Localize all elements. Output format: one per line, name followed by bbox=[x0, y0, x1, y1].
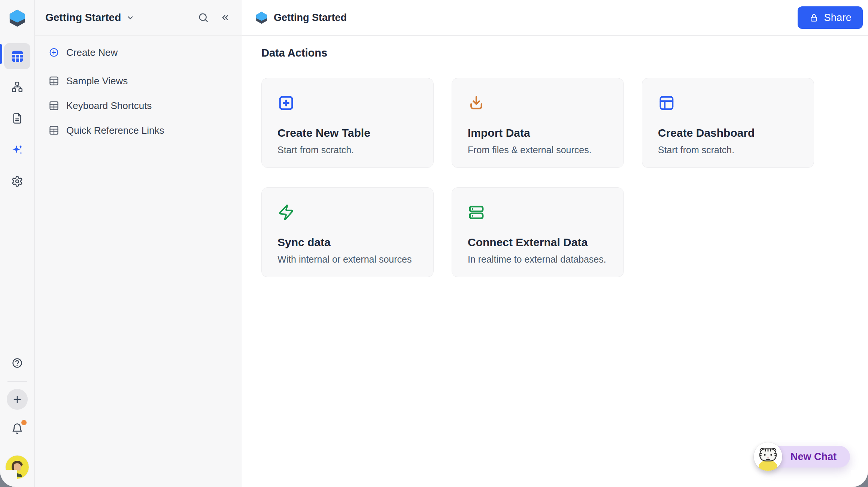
table-icon bbox=[49, 100, 59, 111]
help-icon bbox=[11, 357, 23, 369]
add-icon bbox=[12, 394, 23, 405]
automation-network-icon bbox=[11, 81, 23, 93]
document-icon bbox=[11, 112, 23, 124]
sidebar-item-create-new[interactable]: Create New bbox=[35, 41, 237, 64]
sidebar-title: Getting Started bbox=[45, 12, 121, 24]
tiger-avatar bbox=[754, 442, 782, 471]
new-chat-button[interactable]: New Chat bbox=[758, 446, 850, 468]
new-chat-label: New Chat bbox=[790, 451, 837, 463]
server-stack-icon bbox=[468, 204, 485, 221]
card-connect-external-data[interactable]: Connect External Data In realtime to ext… bbox=[452, 187, 624, 277]
rail-item-documents[interactable] bbox=[11, 112, 24, 125]
content: Data Actions Create New Table Start from… bbox=[242, 47, 868, 277]
lock-icon bbox=[809, 13, 819, 23]
rail-divider bbox=[7, 381, 27, 382]
sidebar-items: Create New Sample Views Keyboard Shortcu… bbox=[35, 36, 242, 142]
sidebar-item-label: Keyboard Shortcuts bbox=[66, 100, 152, 112]
user-avatar[interactable] bbox=[6, 456, 29, 479]
notifications-bell-icon bbox=[11, 423, 24, 435]
active-rail-indicator bbox=[0, 44, 2, 64]
rail-item-settings[interactable] bbox=[11, 175, 24, 188]
table-grid-icon bbox=[10, 49, 24, 63]
rail-item-automation[interactable] bbox=[11, 81, 24, 93]
sidebar-item-quick-reference-links[interactable]: Quick Reference Links bbox=[35, 119, 237, 142]
base-switcher[interactable]: Getting Started bbox=[45, 12, 135, 24]
sidebar-item-label: Create New bbox=[66, 47, 118, 58]
square-plus-icon bbox=[277, 94, 295, 112]
card-title: Import Data bbox=[468, 127, 608, 139]
add-button[interactable] bbox=[7, 389, 28, 410]
main-area: Getting Started Share Data Actions Creat… bbox=[242, 0, 868, 487]
hexagon-cube-logo-icon bbox=[9, 9, 25, 27]
import-download-icon bbox=[468, 94, 485, 112]
page-title: Getting Started bbox=[274, 12, 347, 24]
sidebar-header-actions bbox=[198, 12, 231, 23]
card-subtitle: Start from scratch. bbox=[277, 145, 418, 155]
sidebar-item-label: Quick Reference Links bbox=[66, 125, 164, 136]
tiger-avatar-image bbox=[754, 442, 782, 471]
card-create-dashboard[interactable]: Create Dashboard Start from scratch. bbox=[642, 78, 814, 168]
card-create-new-table[interactable]: Create New Table Start from scratch. bbox=[261, 78, 434, 168]
user-avatar-image bbox=[6, 456, 29, 479]
sidebar: Getting Started bbox=[35, 0, 242, 487]
card-title: Sync data bbox=[277, 236, 418, 249]
sidebar-item-sample-views[interactable]: Sample Views bbox=[35, 70, 237, 92]
nav-rail bbox=[0, 0, 35, 487]
data-actions-grid: Create New Table Start from scratch. Imp… bbox=[261, 78, 816, 277]
card-title: Create Dashboard bbox=[658, 127, 798, 139]
sidebar-item-keyboard-shortcuts[interactable]: Keyboard Shortcuts bbox=[35, 94, 237, 117]
card-title: Create New Table bbox=[277, 127, 418, 139]
chevrons-left-icon bbox=[219, 12, 231, 23]
card-subtitle: From files & external sources. bbox=[468, 145, 608, 155]
table-icon bbox=[49, 76, 59, 86]
page-hexagon-icon bbox=[256, 11, 267, 24]
collapse-sidebar-button[interactable] bbox=[219, 12, 231, 23]
rail-bottom-group bbox=[0, 357, 34, 487]
card-title: Connect External Data bbox=[468, 236, 608, 249]
share-button-label: Share bbox=[824, 12, 852, 24]
rail-item-ai[interactable] bbox=[11, 143, 24, 156]
card-subtitle: Start from scratch. bbox=[658, 145, 798, 155]
sync-zap-icon bbox=[277, 204, 295, 221]
help-button[interactable] bbox=[11, 357, 23, 369]
table-icon bbox=[49, 125, 59, 136]
rail-item-tables[interactable] bbox=[4, 43, 30, 69]
search-icon bbox=[198, 12, 209, 23]
notification-badge bbox=[21, 420, 27, 425]
search-button[interactable] bbox=[198, 12, 209, 23]
circle-plus-icon bbox=[49, 47, 59, 58]
card-subtitle: In realtime to external databases. bbox=[468, 254, 608, 265]
settings-gear-icon bbox=[11, 175, 23, 187]
sidebar-item-label: Sample Views bbox=[66, 75, 128, 87]
app-logo[interactable] bbox=[9, 9, 25, 27]
share-button[interactable]: Share bbox=[798, 6, 863, 29]
card-subtitle: With internal or external sources bbox=[277, 254, 418, 265]
section-title: Data Actions bbox=[261, 47, 868, 59]
dashboard-layout-icon bbox=[658, 94, 675, 112]
main-header: Getting Started Share bbox=[242, 0, 868, 36]
card-import-data[interactable]: Import Data From files & external source… bbox=[452, 78, 624, 168]
ai-sparkles-icon bbox=[11, 143, 24, 156]
sidebar-header: Getting Started bbox=[35, 0, 242, 36]
notifications-button[interactable] bbox=[11, 423, 24, 435]
chevron-down-icon bbox=[125, 13, 135, 22]
card-sync-data[interactable]: Sync data With internal or external sour… bbox=[261, 187, 434, 277]
